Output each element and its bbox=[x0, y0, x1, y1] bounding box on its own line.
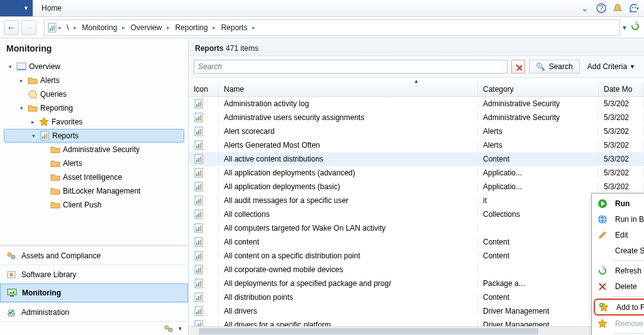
table-row[interactable]: All audit messages for a specific userit… bbox=[189, 194, 644, 207]
addfav-icon bbox=[597, 301, 610, 314]
crumb-overview[interactable]: Overview bbox=[126, 20, 165, 35]
table-row[interactable]: All computers targeted for Wake On LAN a… bbox=[189, 221, 644, 235]
tree-toggle-icon[interactable]: ▾ bbox=[18, 105, 25, 111]
col-header-date[interactable]: Date Mo bbox=[599, 82, 644, 96]
tree-node-label: Alerts bbox=[40, 76, 184, 85]
menu-item[interactable]: Run bbox=[594, 195, 644, 211]
report-icon bbox=[194, 209, 204, 219]
menu-separator bbox=[613, 260, 644, 261]
tree-node[interactable]: Alerts bbox=[4, 157, 184, 170]
crumb-monitoring[interactable]: Monitoring bbox=[78, 20, 121, 35]
cell-category: Alerts bbox=[478, 141, 599, 150]
col-header-category[interactable]: Category bbox=[478, 82, 599, 96]
tree-node[interactable]: Administrative Security bbox=[4, 143, 184, 157]
report-icon bbox=[194, 140, 204, 150]
nav-bar: ← → ▸ \ ▸ Monitoring ▸ Overview ▸ Report… bbox=[0, 17, 644, 38]
table-row[interactable]: Alert scorecardAlerts5/3/202 bbox=[189, 124, 644, 138]
horizontal-scrollbar[interactable] bbox=[189, 326, 644, 335]
table-row[interactable]: All application deployments (basic)Appli… bbox=[189, 180, 644, 194]
add-criteria-button[interactable]: Add Criteria ▼ bbox=[584, 62, 639, 71]
table-body[interactable]: Administration activity logAdministrativ… bbox=[189, 97, 644, 326]
search-button[interactable]: 🔍Search bbox=[529, 60, 580, 74]
refresh-icon bbox=[596, 265, 609, 277]
menu-item[interactable]: RefreshF5 bbox=[594, 263, 644, 278]
refresh-icon[interactable] bbox=[630, 21, 640, 33]
tree-node[interactable]: Asset Intelligence bbox=[4, 170, 184, 184]
tree-node[interactable]: ▸Alerts bbox=[4, 74, 184, 87]
tree-node[interactable]: ▾Reports bbox=[4, 129, 184, 143]
wunderbar-item[interactable]: Software Library bbox=[0, 265, 188, 283]
wunderbar-item[interactable]: Monitoring bbox=[0, 283, 188, 302]
cell-category: Package a... bbox=[478, 279, 599, 288]
forward-button[interactable]: → bbox=[21, 20, 36, 35]
tree-node-label: Favorites bbox=[52, 118, 184, 126]
bell-icon[interactable] bbox=[613, 3, 623, 13]
cell-name: All drivers bbox=[219, 307, 478, 316]
clear-search-button[interactable] bbox=[511, 60, 525, 74]
menu-item-label: Create Subscription bbox=[615, 246, 644, 255]
menu-item-label: Refresh bbox=[615, 266, 644, 275]
app-menu-button[interactable]: ▼ bbox=[0, 0, 33, 16]
connected-icon[interactable] bbox=[164, 324, 174, 334]
table-row[interactable]: All corporate-owned mobile devices5/3/20… bbox=[189, 263, 644, 277]
col-header-name[interactable]: Name bbox=[219, 82, 478, 96]
table-row[interactable]: All content on a specific distribution p… bbox=[189, 249, 644, 263]
admin-icon bbox=[6, 307, 16, 317]
cell-category: Driver Management bbox=[478, 307, 599, 316]
wunderbar-label: Monitoring bbox=[22, 288, 61, 297]
chevron-down-icon[interactable]: ⌄ bbox=[580, 3, 590, 13]
table-row[interactable]: All distribution pointsContent5/3/202 bbox=[189, 290, 644, 304]
report-icon bbox=[194, 292, 204, 302]
context-menu: RunRun in BrowserEditCreate Subscription… bbox=[591, 193, 644, 335]
cell-name: All deployments for a specified package … bbox=[219, 279, 478, 288]
table-row[interactable]: All active content distributionsContent5… bbox=[189, 152, 644, 166]
monitor-icon bbox=[7, 288, 17, 298]
cell-category: Applicatio... bbox=[478, 182, 599, 191]
cell-name: All audit messages for a specific user bbox=[219, 196, 478, 205]
tree-toggle-icon[interactable]: ▸ bbox=[29, 119, 36, 125]
menu-item[interactable]: Run in Browser bbox=[594, 211, 644, 227]
table-row[interactable]: All contentContent5/3/202 bbox=[189, 235, 644, 249]
table-row[interactable]: Alerts Generated Most OftenAlerts5/3/202 bbox=[189, 138, 644, 152]
menu-item[interactable]: DeleteDelete bbox=[594, 278, 644, 294]
tree-node[interactable]: ▾Reporting bbox=[4, 101, 184, 115]
tree-toggle-icon[interactable]: ▸ bbox=[18, 77, 25, 84]
overview-icon bbox=[16, 62, 26, 72]
tree-toggle-icon[interactable]: ▾ bbox=[6, 63, 14, 70]
tree-toggle-icon[interactable]: ▾ bbox=[30, 133, 37, 139]
table-row[interactable]: Administrative users security assignment… bbox=[189, 111, 644, 124]
chevron-down-icon[interactable]: ▼ bbox=[177, 326, 183, 332]
tree-node[interactable]: ▸Favorites bbox=[4, 115, 184, 129]
menu-item[interactable]: Create Subscription bbox=[594, 243, 644, 258]
nav-tree[interactable]: ▾Overview▸AlertsQueries▾Reporting▸Favori… bbox=[0, 57, 188, 245]
table-row[interactable]: All application deployments (advanced)Ap… bbox=[189, 166, 644, 180]
menu-item[interactable]: Edit bbox=[594, 227, 644, 243]
menu-item[interactable]: Add to Favorites bbox=[594, 299, 644, 316]
crumb-reporting[interactable]: Reporting bbox=[171, 20, 211, 35]
cell-name: All distribution points bbox=[219, 293, 478, 302]
wunderbar-item[interactable]: Assets and Compliance bbox=[0, 246, 188, 265]
wunderbar-item[interactable]: Administration bbox=[0, 302, 188, 321]
table-row[interactable]: All collectionsCollections5/3/202 bbox=[189, 207, 644, 221]
table-row[interactable]: All driversDriver Management5/3/202 bbox=[189, 304, 644, 318]
tab-home[interactable]: Home bbox=[33, 0, 70, 16]
tree-node[interactable]: Client Push bbox=[4, 198, 184, 212]
cell-category: Content bbox=[478, 293, 599, 302]
tree-node[interactable]: ▾Overview bbox=[4, 60, 184, 74]
table-row[interactable]: All drivers for a specific platformDrive… bbox=[189, 318, 644, 326]
breadcrumb[interactable]: ▸ \ ▸ Monitoring ▸ Overview ▸ Reporting … bbox=[44, 19, 620, 36]
crumb-reports[interactable]: Reports bbox=[217, 20, 251, 35]
folder-icon bbox=[28, 75, 38, 85]
search-input[interactable] bbox=[194, 60, 508, 74]
back-button[interactable]: ← bbox=[4, 20, 19, 35]
tree-node[interactable]: Queries bbox=[4, 87, 184, 101]
table-row[interactable]: Administration activity logAdministrativ… bbox=[189, 97, 644, 111]
col-header-icon[interactable]: Icon bbox=[189, 82, 219, 96]
history-dropdown[interactable]: ▾ bbox=[623, 23, 626, 32]
table-row[interactable]: All deployments for a specified package … bbox=[189, 277, 644, 290]
help-icon[interactable] bbox=[596, 3, 606, 13]
feedback-icon[interactable]: ▾ bbox=[629, 3, 639, 13]
tree-node[interactable]: BitLocker Management bbox=[4, 184, 184, 198]
crumb-root[interactable]: \ bbox=[63, 20, 72, 35]
tree-node-label: Alerts bbox=[63, 159, 184, 168]
